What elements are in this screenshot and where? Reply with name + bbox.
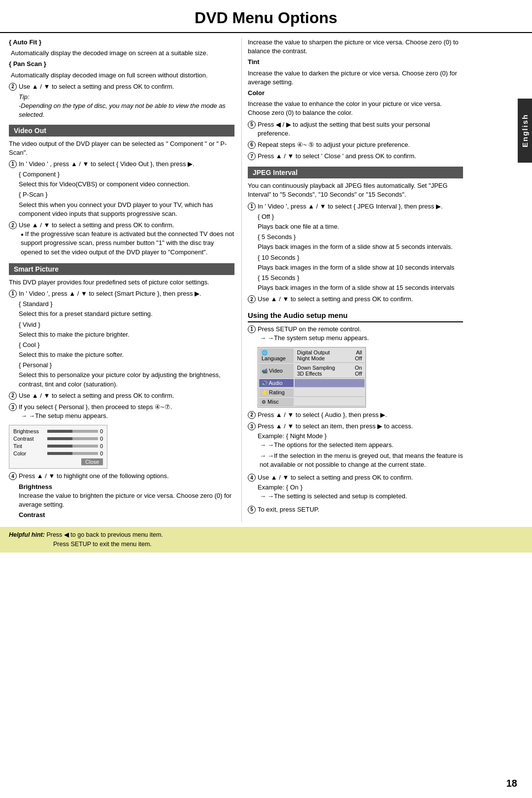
audio-menu-row-language: 🌐 Language Digital OutputAll Night ModeO… (259, 348, 365, 363)
page-number: 18 (506, 778, 517, 789)
brightness-row: Brightness 0 (13, 428, 103, 434)
audio-step2: 2 Press ▲ / ▼ to select { Audio }, then … (248, 411, 463, 419)
jpeg-step1: 1 In ' Video ', press ▲ / ▼ to select { … (248, 202, 463, 293)
smart-picture-desc: This DVD player provides four predefined… (9, 278, 234, 287)
right-column: Increase the value to sharpen the pictur… (241, 38, 483, 522)
tint-label-box: Tint (13, 443, 45, 449)
circle-1-sp: 1 (9, 290, 17, 298)
brightness-bar (47, 430, 98, 433)
color-bar (47, 452, 98, 455)
helpful-hint-bar: Helpful hint: Press ◀ to go back to prev… (0, 527, 532, 553)
tip-text: -Depending on the type of disc, you may … (19, 102, 234, 119)
helpful-hint-text2: Press SETUP to exit the menu item. (53, 541, 152, 548)
tint-title: Tint (248, 58, 463, 67)
left-column: { Auto Fit } Automatically display the d… (0, 38, 241, 522)
tint-bar (47, 445, 98, 448)
vo-note: If the progressive scan feature is activ… (21, 230, 234, 257)
circle-2-vo: 2 (9, 221, 17, 229)
auto-fit-label: { Auto Fit } (9, 38, 234, 47)
audio-menu-row-video: 📹 Video Down SamplingOn 3D EffectsOff (259, 364, 365, 378)
5sec-desc: Plays back images in the form of a slide… (258, 243, 463, 251)
circle-3-sp: 3 (9, 403, 17, 411)
step5: 5 Press ◀ / ▶ to adjust the setting that… (248, 120, 463, 138)
smart-step1: 1 In ' Video ', press ▲ / ▼ to select {S… (9, 289, 234, 389)
audio-step4: 4 Use ▲ / ▼ to select a setting and pres… (248, 473, 463, 503)
audio-step5: 5 To exit, press SETUP. (248, 505, 463, 514)
circle-7: 7 (248, 152, 256, 160)
contrast-row: Contrast 0 (13, 436, 103, 442)
vivid-desc: Select this to make the picture brighter… (19, 330, 234, 339)
personal-desc: Select this to personalize your picture … (19, 371, 234, 388)
setup-menu-appears: →The setup menu appears. (21, 412, 234, 420)
10sec-desc: Plays back images in the form of a slide… (258, 263, 463, 272)
color-label-box: Color (13, 451, 45, 456)
color-title: Color (248, 89, 463, 98)
circle-2-jpeg: 2 (248, 295, 256, 303)
page-title: DVD Menu Options (0, 0, 532, 33)
circle-4-sp: 4 (9, 472, 17, 480)
audio-example2: Example: { On } (258, 483, 463, 492)
color-row: Color 0 (13, 451, 103, 456)
pan-scan-desc: Automatically display decoded image on f… (11, 71, 234, 80)
pan-scan-label: { Pan Scan } (9, 60, 234, 69)
smart-step4: 4 Press ▲ / ▼ to highlight one of the fo… (9, 472, 234, 520)
video-out-step1: 1 In ' Video ' , press ▲ / ▼ to select {… (9, 160, 234, 218)
greyed-out-note: →If the selection in the menu is greyed … (260, 451, 463, 469)
personal-label: { Personal } (19, 361, 234, 370)
tint-desc: Increase the value to darken the picture… (248, 69, 463, 87)
contrast-bar (47, 437, 98, 440)
helpful-hint-label: Helpful hint: (9, 531, 45, 538)
settings-screenshot: Brightness 0 Contrast 0 Tint 0 Color 0 C… (9, 425, 107, 469)
jpeg-header: JPEG Interval (248, 167, 463, 178)
circle-1-jpeg: 1 (248, 203, 256, 210)
off-desc: Plays back one file at a time. (258, 222, 463, 231)
circle-3-audio: 3 (248, 422, 256, 430)
circle-6: 6 (248, 141, 256, 149)
vivid-label: { Vivid } (19, 320, 234, 329)
brightness-title: Brightness (19, 483, 234, 491)
component-desc: Select this for Video(CVBS) or component… (19, 180, 234, 189)
setting-selected: →The setting is selected and setup is co… (260, 492, 463, 501)
audio-step1: 1 Press SETUP on the remote control. →Th… (248, 325, 463, 344)
standard-desc: Select this for a preset standard pictur… (19, 310, 234, 318)
step-num-2-top: 2 (9, 83, 17, 91)
tint-row: Tint 0 (13, 443, 103, 449)
step2-top-text: Use ▲ / ▼ to select a setting and press … (19, 83, 174, 90)
step7: 7 Press ▲ / ▼ to select ' Close ' and pr… (248, 152, 463, 161)
audio-menu-row-rating: ⭐ Rating (259, 388, 365, 397)
video-out-header: Video Out (9, 125, 234, 137)
audio-step3: 3 Press ▲ / ▼ to select an item, then pr… (248, 422, 463, 471)
smart-picture-header: Smart Picture (9, 263, 234, 275)
circle-1-vo: 1 (9, 160, 17, 168)
video-out-step2: 2 Use ▲ / ▼ to select a setting and pres… (9, 221, 234, 258)
close-button[interactable]: Close (81, 458, 103, 465)
system-setup-appears: →The system setup menu appears. (260, 334, 463, 343)
audio-menu-screenshot: 🌐 Language Digital OutputAll Night ModeO… (258, 347, 463, 408)
auto-fit-desc: Automatically display the decoded image … (11, 49, 234, 58)
contrast-label-box: Contrast (13, 436, 45, 442)
step-2-top: 2 Use ▲ / ▼ to select a setting and pres… (9, 82, 234, 120)
jpeg-step2: 2 Use ▲ / ▼ to select a setting and pres… (248, 295, 463, 304)
settings-close-area: Close (13, 458, 103, 465)
step6: 6 Repeat steps ④~ ⑤ to adjust your pictu… (248, 140, 463, 149)
brightness-desc: Increase the value to brighten the pictu… (19, 491, 234, 509)
color-desc: Increase the value to enhance the color … (248, 100, 463, 117)
circle-5-audio: 5 (248, 506, 256, 514)
jpeg-desc: You can continuously playback all JPEG f… (248, 181, 463, 199)
tip-label: Tip: (19, 93, 234, 102)
circle-4-audio: 4 (248, 474, 256, 482)
english-tab: English (518, 99, 532, 163)
audio-example: Example: { Night Mode } (258, 432, 463, 441)
circle-1-audio: 1 (248, 325, 256, 333)
contrast-title: Contrast (19, 511, 234, 520)
component-label: { Component } (19, 170, 234, 179)
10sec-label: { 10 Seconds } (258, 253, 463, 262)
off-label: { Off } (258, 212, 463, 221)
15sec-desc: Plays back images in the form of a slide… (258, 283, 463, 292)
options-appears: →The options for the selected item appea… (260, 441, 463, 450)
audio-menu-row-misc: ⚙ Misc (259, 398, 365, 406)
video-out-desc: The video output of the DVD player can b… (9, 139, 234, 157)
circle-2-audio: 2 (248, 411, 256, 419)
contrast-desc: Increase the value to sharpen the pictur… (248, 38, 463, 56)
15sec-label: { 15 Seconds } (258, 274, 463, 282)
